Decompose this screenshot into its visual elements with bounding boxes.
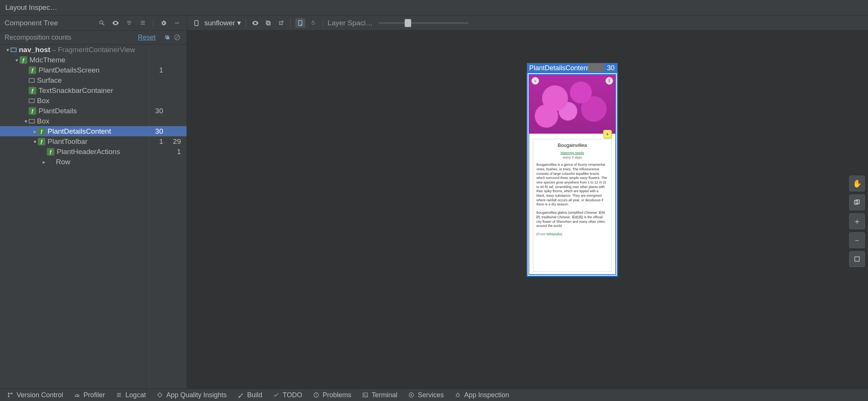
statusbar-problems[interactable]: Problems — [313, 391, 351, 399]
svg-rect-3 — [267, 22, 270, 25]
svg-rect-13 — [363, 393, 368, 397]
chevron-down-icon: ▾ — [237, 19, 241, 27]
plant-title: Bougainvillea — [536, 142, 608, 149]
tree-row-Box1[interactable]: ▸Box — [0, 96, 187, 106]
plant-description-2: Bougainvillea glabra (simplified Chinese… — [536, 211, 608, 228]
selection-gap — [588, 63, 604, 73]
status-bar: Version ControlProfilerLogcatApp Quality… — [0, 389, 868, 401]
device-name: sunflower — [204, 19, 235, 27]
wikipedia-link[interactable]: Wikipedia — [547, 232, 561, 236]
selection-badge: 30 — [604, 63, 618, 73]
minimize-icon[interactable] — [172, 18, 182, 28]
selection-label: PlantDetailsContent — [527, 63, 592, 73]
branch-icon — [7, 392, 14, 398]
device-select[interactable]: sunflower ▾ — [204, 19, 241, 27]
layer-spacing-slider[interactable] — [378, 22, 469, 24]
reset-link[interactable]: Reset — [138, 34, 156, 42]
gauge-icon — [74, 392, 80, 398]
layers-icon[interactable] — [849, 194, 865, 210]
back-icon[interactable]: ‹ — [531, 77, 539, 85]
svg-rect-8 — [855, 257, 859, 261]
statusbar-version-control[interactable]: Version Control — [7, 391, 63, 399]
tree-row-Surface[interactable]: ▸Surface — [0, 75, 187, 85]
statusbar-logcat[interactable]: Logcat — [116, 391, 146, 399]
svg-point-10 — [8, 396, 9, 397]
share-icon[interactable]: ⇪ — [605, 77, 613, 85]
collapse-icon[interactable] — [124, 18, 134, 28]
term-icon — [362, 392, 369, 398]
svg-rect-1 — [195, 20, 198, 26]
plant-image: ‹ ⇪ — [529, 75, 615, 134]
fit-screen-icon[interactable] — [849, 251, 865, 267]
gear-icon[interactable] — [159, 18, 168, 28]
tree-row-TextSnackbarContainer[interactable]: ▸TextSnackbarContainer — [0, 85, 187, 96]
slider-thumb[interactable] — [405, 19, 411, 27]
device-frame[interactable]: ‹ ⇪ + Bougainvillea Watering needs every… — [527, 72, 618, 276]
component-tree-title: Component Tree — [5, 19, 93, 27]
layer-spacing-label: Layer Spaci… — [327, 19, 372, 27]
export-icon[interactable] — [276, 18, 286, 28]
play-icon — [408, 392, 415, 398]
tree-row-PlantDetails[interactable]: ▸PlantDetails30 — [0, 106, 187, 116]
plant-source: (From Wikipedia) — [536, 232, 608, 237]
tree-row-PlantHeaderActions[interactable]: ▸PlantHeaderActions1 — [0, 147, 187, 157]
tree-row-Row[interactable]: ▸Row — [0, 157, 187, 167]
statusbar-terminal[interactable]: Terminal — [362, 391, 397, 399]
svg-point-11 — [11, 393, 12, 394]
zoom-out-icon[interactable]: － — [849, 232, 865, 248]
refresh-icon[interactable] — [308, 18, 318, 28]
zoom-in-icon[interactable]: ＋ — [849, 213, 865, 229]
watering-needs-value: every 5 days — [536, 156, 608, 160]
component-tree[interactable]: ▾nav_host – FragmentContainerView▾MdcThe… — [0, 45, 187, 167]
device-icon[interactable] — [192, 18, 201, 28]
watering-needs-label: Watering needs — [536, 151, 608, 156]
snapshot-icon[interactable] — [263, 18, 273, 28]
statusbar-todo[interactable]: TODO — [273, 391, 302, 399]
bug-icon — [454, 392, 461, 398]
window-title: Layout Inspec… — [5, 3, 57, 12]
expand-icon[interactable] — [138, 18, 148, 28]
search-icon[interactable] — [97, 18, 107, 28]
tree-row-PlantDetailsContent[interactable]: ▸PlantDetailsContent30 — [0, 126, 187, 136]
plant-description-1: Bougainvillea is a genus of thorny ornam… — [536, 163, 608, 207]
check-icon — [273, 392, 280, 398]
svg-point-15 — [457, 393, 459, 397]
live-icon[interactable] — [250, 18, 260, 28]
visibility-icon[interactable] — [111, 18, 120, 28]
copy-icon[interactable] — [162, 32, 172, 42]
tree-row-PlantToolbar[interactable]: ▾PlantToolbar129 — [0, 136, 187, 147]
tree-row-nav_host[interactable]: ▾nav_host – FragmentContainerView — [0, 45, 187, 55]
statusbar-app-quality[interactable]: App Quality Insights — [156, 391, 227, 399]
layout-canvas[interactable]: PlantDetailsContent 30 ‹ ⇪ + Bougainvill… — [187, 31, 868, 389]
svg-rect-2 — [266, 21, 269, 24]
warn-icon — [313, 392, 320, 398]
device-frame-toggle-icon[interactable] — [295, 18, 305, 28]
svg-point-5 — [301, 24, 303, 26]
diamond-icon — [156, 392, 163, 398]
tree-row-MdcTheme[interactable]: ▾MdcTheme — [0, 55, 187, 65]
disable-icon[interactable] — [172, 32, 182, 42]
statusbar-app-inspection[interactable]: App Inspection — [454, 391, 509, 399]
tree-row-Box2[interactable]: ▾Box — [0, 116, 187, 126]
pan-tool-icon[interactable]: ✋ — [849, 176, 865, 191]
recomposition-counts-label: Recomposition counts — [5, 34, 138, 42]
component-tree-panel: Component Tree Recomposition counts Rese… — [0, 15, 187, 389]
list-icon — [116, 392, 122, 398]
statusbar-build[interactable]: Build — [237, 391, 262, 399]
tree-row-PlantDetailsScreen[interactable]: ▸PlantDetailsScreen1 — [0, 65, 187, 75]
hammer-icon — [237, 392, 244, 398]
plant-card: Bougainvillea Watering needs every 5 day… — [533, 139, 612, 272]
svg-point-9 — [8, 393, 9, 394]
statusbar-services[interactable]: Services — [408, 391, 444, 399]
add-fab[interactable]: + — [603, 130, 612, 138]
statusbar-profiler[interactable]: Profiler — [74, 391, 105, 399]
